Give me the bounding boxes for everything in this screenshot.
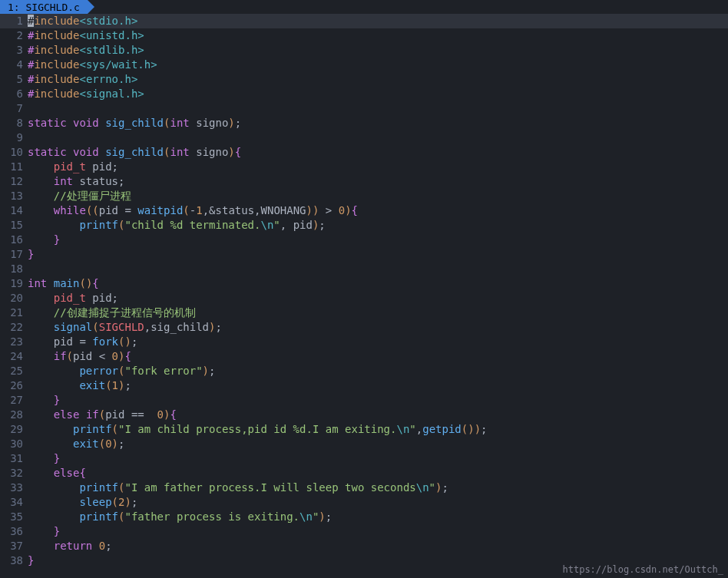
code-line[interactable]: 34 sleep(2); [0,495,728,510]
line-number: 6 [0,87,28,101]
line-number: 3 [0,43,28,58]
code-content[interactable]: printf("father process is exiting.\n"); [28,510,728,524]
code-content[interactable]: #include<errno.h> [28,72,728,87]
code-line[interactable]: 30 exit(0); [0,437,728,451]
code-content[interactable]: exit(0); [28,437,728,451]
code-content[interactable]: #include<stdio.h> [28,14,728,28]
code-editor[interactable]: 1#include<stdio.h>2#include<unistd.h>3#i… [0,14,728,568]
line-number: 32 [0,466,28,481]
code-line[interactable]: 20 pid_t pid; [0,291,728,306]
code-content[interactable]: #include<unistd.h> [28,28,728,43]
code-line[interactable]: 4#include<sys/wait.h> [0,58,728,72]
line-number: 8 [0,116,28,130]
code-line[interactable]: 33 printf("I am father process.I will sl… [0,481,728,495]
line-number: 26 [0,378,28,393]
line-number: 27 [0,393,28,408]
watermark-text: https://blog.csdn.net/Outtch_ [562,564,723,575]
code-line[interactable]: 23 pid = fork(); [0,335,728,349]
code-content[interactable]: static void sig_child(int signo){ [28,145,728,160]
code-content[interactable]: while((pid = waitpid(-1,&status,WNOHANG)… [28,203,728,218]
code-content[interactable]: int main(){ [28,276,728,291]
code-content[interactable] [28,262,728,276]
code-line[interactable]: 24 if(pid < 0){ [0,349,728,364]
code-line[interactable]: 2#include<unistd.h> [0,28,728,43]
code-line[interactable]: 27 } [0,393,728,408]
code-content[interactable]: #include<stdlib.h> [28,43,728,58]
code-content[interactable]: int status; [28,174,728,189]
code-content[interactable]: else{ [28,466,728,481]
code-content[interactable]: //创建捕捉子进程信号的机制 [28,306,728,320]
code-line[interactable]: 17} [0,247,728,262]
code-content[interactable] [28,130,728,145]
code-content[interactable]: pid = fork(); [28,335,728,349]
code-content[interactable]: } [28,451,728,466]
code-line[interactable]: 12 int status; [0,174,728,189]
code-line[interactable]: 36 } [0,524,728,539]
code-line[interactable]: 32 else{ [0,466,728,481]
line-number: 29 [0,422,28,437]
code-line[interactable]: 15 printf("child %d terminated.\n", pid)… [0,218,728,233]
line-number: 33 [0,481,28,495]
code-content[interactable]: #include<sys/wait.h> [28,58,728,72]
code-content[interactable]: pid_t pid; [28,291,728,306]
code-line[interactable]: 3#include<stdlib.h> [0,43,728,58]
code-content[interactable]: sleep(2); [28,495,728,510]
code-content[interactable]: signal(SIGCHLD,sig_child); [28,320,728,335]
code-line[interactable]: 5#include<errno.h> [0,72,728,87]
code-line[interactable]: 25 perror("fork error"); [0,364,728,378]
code-content[interactable]: return 0; [28,539,728,553]
code-line[interactable]: 16 } [0,233,728,247]
code-line[interactable]: 37 return 0; [0,539,728,553]
file-tab[interactable]: 1: SIGCHLD.c [0,0,88,14]
code-line[interactable]: 14 while((pid = waitpid(-1,&status,WNOHA… [0,203,728,218]
line-number: 17 [0,247,28,262]
code-line[interactable]: 8static void sig_child(int signo); [0,116,728,130]
code-content[interactable]: else if(pid == 0){ [28,408,728,422]
code-line[interactable]: 19int main(){ [0,276,728,291]
code-content[interactable]: printf("I am child process,pid id %d.I a… [28,422,728,437]
code-content[interactable]: } [28,233,728,247]
code-line[interactable]: 18 [0,262,728,276]
code-content[interactable]: static void sig_child(int signo); [28,116,728,130]
code-line[interactable]: 13 //处理僵尸进程 [0,189,728,203]
code-line[interactable]: 7 [0,101,728,116]
line-number: 13 [0,189,28,203]
code-content[interactable]: exit(1); [28,378,728,393]
code-line[interactable]: 9 [0,130,728,145]
line-number: 21 [0,306,28,320]
line-number: 25 [0,364,28,378]
code-content[interactable]: } [28,393,728,408]
code-line[interactable]: 35 printf("father process is exiting.\n"… [0,510,728,524]
code-line[interactable]: 22 signal(SIGCHLD,sig_child); [0,320,728,335]
code-content[interactable]: } [28,524,728,539]
code-content[interactable]: #include<signal.h> [28,87,728,101]
code-line[interactable]: 10static void sig_child(int signo){ [0,145,728,160]
line-number: 22 [0,320,28,335]
code-line[interactable]: 6#include<signal.h> [0,87,728,101]
code-content[interactable]: pid_t pid; [28,160,728,174]
line-number: 9 [0,130,28,145]
line-number: 18 [0,262,28,276]
code-line[interactable]: 1#include<stdio.h> [0,14,728,28]
code-content[interactable] [28,101,728,116]
line-number: 15 [0,218,28,233]
line-number: 7 [0,101,28,116]
code-line[interactable]: 31 } [0,451,728,466]
line-number: 4 [0,58,28,72]
code-line[interactable]: 26 exit(1); [0,378,728,393]
line-number: 35 [0,510,28,524]
code-content[interactable]: //处理僵尸进程 [28,189,728,203]
code-content[interactable]: perror("fork error"); [28,364,728,378]
code-line[interactable]: 11 pid_t pid; [0,160,728,174]
line-number: 2 [0,28,28,43]
code-line[interactable]: 28 else if(pid == 0){ [0,408,728,422]
code-content[interactable]: printf("child %d terminated.\n", pid); [28,218,728,233]
line-number: 11 [0,160,28,174]
code-content[interactable]: printf("I am father process.I will sleep… [28,481,728,495]
code-line[interactable]: 29 printf("I am child process,pid id %d.… [0,422,728,437]
code-content[interactable]: } [28,247,728,262]
code-content[interactable]: if(pid < 0){ [28,349,728,364]
line-number: 1 [0,14,28,28]
line-number: 31 [0,451,28,466]
code-line[interactable]: 21 //创建捕捉子进程信号的机制 [0,306,728,320]
